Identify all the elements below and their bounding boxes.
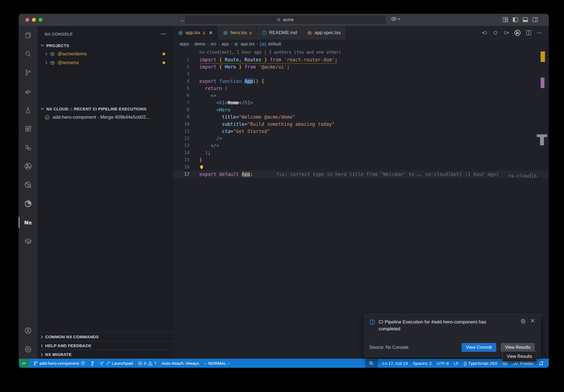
close-window-button[interactable]	[25, 18, 29, 22]
split-editor-icon[interactable]	[526, 30, 532, 36]
eol-indicator[interactable]: LF	[451, 359, 461, 368]
code-line-3[interactable]: 3	[173, 70, 549, 78]
minimize-window-button[interactable]	[32, 18, 36, 22]
testing-icon[interactable]	[19, 101, 37, 119]
code-text: />	[199, 135, 222, 142]
run-file-icon[interactable]	[514, 29, 521, 36]
warning-icon	[148, 361, 153, 366]
section-nx-cloud[interactable]: NX CLOUD :: RECENT CI PIPELINE EXECUTION…	[37, 105, 173, 113]
code-line-11[interactable]: 11 cta="Get Started"	[173, 128, 549, 135]
section-common-nx-commands[interactable]: COMMON NX COMMANDS	[37, 332, 173, 341]
next-change-icon[interactable]	[503, 31, 509, 35]
code-line-15[interactable]: 15}	[173, 156, 549, 164]
problems-indicator[interactable]: 0 7	[135, 359, 159, 368]
breadcrumb-item[interactable]: default	[268, 42, 281, 47]
nx-console-icon[interactable]: N≥	[19, 213, 37, 232]
run-and-debug-icon[interactable]	[19, 82, 37, 101]
code-text: export default App;fix: correct typo in …	[199, 171, 499, 178]
extensions-icon[interactable]	[19, 119, 37, 138]
cursor-position-indicator[interactable]: Ln 17, Col 19	[380, 359, 410, 368]
notifications-bell-button[interactable]	[536, 359, 546, 368]
breadcrumb-item[interactable]: app.tsx	[240, 42, 255, 47]
more-actions-icon[interactable]	[161, 33, 166, 35]
section-projects[interactable]: PROJECTS	[37, 41, 173, 50]
section-help-and-feedback[interactable]: HELP AND FEEDBACK	[37, 341, 173, 350]
chevron-right-icon	[45, 52, 47, 56]
codelens-authors[interactable]: nx-cloud[bot], 1 hour ago | 2 authors (Y…	[173, 48, 549, 56]
code-line-5[interactable]: 5 return (	[173, 85, 549, 92]
toggle-primary-sidebar-icon[interactable]	[513, 17, 518, 22]
search-view-icon[interactable]	[19, 45, 37, 63]
code-line-14[interactable]: 14 );	[173, 149, 549, 156]
branch-indicator[interactable]: add-hero-component	[31, 359, 88, 368]
project-item-acme-ui[interactable]: @acme/ui	[37, 58, 173, 67]
chevron-down-icon	[41, 108, 44, 110]
workspaces-icon[interactable]	[19, 138, 37, 157]
account-icon[interactable]	[19, 321, 37, 340]
remote-indicator[interactable]: ><	[19, 359, 29, 368]
settings-gear-icon[interactable]	[19, 340, 37, 359]
lightbulb-icon[interactable]	[199, 165, 204, 170]
line-number: 15	[173, 156, 189, 164]
commit-graph-button[interactable]	[88, 359, 97, 368]
tab-hero-tsx[interactable]: hero.tsx 4	[218, 26, 257, 40]
ci-pipeline-item[interactable]: add-hero-component - Merge 409b44e5cb02.…	[37, 113, 173, 122]
previous-change-icon[interactable]	[482, 31, 488, 35]
sidebar-nx-console: NX CONSOLE PROJECTS @acme/demo @acme/ui	[37, 26, 173, 359]
section-nx-migrate[interactable]: NX MIGRATE	[37, 350, 173, 359]
zoom-window-button[interactable]	[39, 18, 42, 22]
status-bar: >< add-hero-component Launchpad 0 7	[19, 359, 549, 368]
code-line-10[interactable]: 10 subtitle="Build something amazing tod…	[173, 121, 549, 128]
toggle-secondary-sidebar-icon[interactable]	[533, 17, 538, 22]
code-text: export function App() {	[199, 78, 264, 85]
code-editor[interactable]: nx-cloud[bot], 1 hour ago | 2 authors (Y…	[173, 48, 549, 359]
code-line-17[interactable]: 17export default App;fix: correct typo i…	[173, 171, 549, 178]
code-line-12[interactable]: 12 />	[173, 135, 549, 142]
tab-app-tsx[interactable]: app.tsx 3 ✕	[173, 26, 218, 40]
view-commit-button[interactable]: View Commit	[462, 343, 496, 352]
view-results-button[interactable]: View Results	[501, 343, 535, 352]
tab-readme-md[interactable]: README.md	[257, 26, 302, 40]
copilot-menu[interactable]	[391, 17, 400, 21]
code-line-7[interactable]: 7 <h1>Home</h1>	[173, 99, 549, 106]
close-tab-icon[interactable]: ✕	[209, 30, 213, 36]
tab-app-spec-tsx[interactable]: app.spec.tsx	[302, 26, 346, 40]
containers-icon[interactable]	[19, 232, 37, 251]
code-line-6[interactable]: 6 <>	[173, 92, 549, 99]
customize-layout-icon[interactable]	[503, 17, 508, 22]
vim-mode-indicator[interactable]: -- NORMAL --	[202, 359, 233, 368]
code-line-1[interactable]: 1import { Route, Routes } from 'react-ro…	[173, 56, 549, 63]
command-center-search[interactable]: acme	[185, 15, 386, 24]
code-line-9[interactable]: 9 title="Welcome @acme/demo"	[173, 113, 549, 121]
indentation-indicator[interactable]: Spaces: 2	[410, 359, 434, 368]
run-pipeline-icon[interactable]	[19, 157, 37, 176]
project-name: @acme/demo	[58, 51, 87, 57]
notification-settings-gear-icon[interactable]	[520, 318, 526, 324]
pipeline-search-icon[interactable]	[19, 176, 37, 194]
breadcrumb-item[interactable]: apps	[180, 42, 189, 47]
explorer-icon[interactable]	[19, 26, 37, 45]
breadcrumb-item[interactable]: src	[210, 42, 216, 47]
code-line-8[interactable]: 8 <Hero	[173, 106, 549, 113]
source-control-icon[interactable]	[19, 63, 37, 82]
project-item-acme-demo[interactable]: @acme/demo	[37, 50, 173, 58]
breadcrumb-item[interactable]: app	[221, 42, 229, 47]
language-mode-indicator[interactable]: {} TypeScript JSX	[461, 359, 500, 368]
code-line-4[interactable]: 4export function App() {	[173, 78, 549, 85]
code-line-13[interactable]: 13 </>	[173, 142, 549, 149]
launchpad-button[interactable]: Launchpad	[97, 359, 135, 368]
encoding-indicator[interactable]: UTF-8	[434, 359, 451, 368]
copilot-icon	[391, 17, 397, 21]
current-change-icon[interactable]	[493, 31, 498, 35]
zoom-out-indicator[interactable]	[365, 359, 378, 368]
auto-attach-indicator[interactable]: Auto Attach: Always	[159, 359, 202, 368]
toggle-panel-icon[interactable]	[523, 17, 528, 22]
edge-browser-icon[interactable]	[19, 194, 37, 213]
more-actions-icon[interactable]	[537, 32, 542, 34]
breadcrumb-item[interactable]: demo	[194, 42, 205, 47]
code-line-2[interactable]: 2import { Hero } from '@acme/ui';	[173, 63, 549, 70]
notification-close-icon[interactable]	[530, 318, 535, 323]
code-line-16[interactable]: 16	[173, 164, 549, 171]
react-icon	[234, 42, 238, 47]
sidebar-title: NX CONSOLE	[45, 32, 73, 36]
